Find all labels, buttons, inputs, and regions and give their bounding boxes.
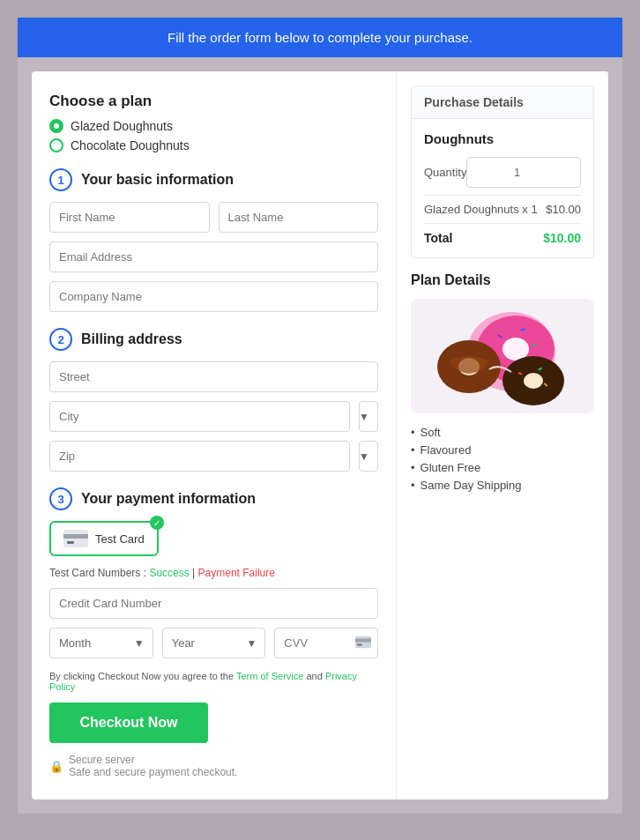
quantity-input[interactable] bbox=[466, 157, 581, 188]
street-row bbox=[49, 361, 378, 392]
item-label: Glazed Doughnuts x 1 bbox=[424, 203, 538, 216]
banner-text: Fill the order form below to complete yo… bbox=[167, 30, 473, 45]
terms-text: By clicking Checkout Now you agree to th… bbox=[49, 671, 378, 692]
radio-chocolate[interactable] bbox=[49, 138, 63, 152]
svg-rect-5 bbox=[357, 643, 362, 645]
lock-icon: 🔒 bbox=[49, 760, 63, 773]
card-icon bbox=[63, 530, 88, 547]
test-card-info: Test Card Numbers : Success | Payment Fa… bbox=[49, 567, 378, 579]
plan-details-section: Plan Details bbox=[411, 272, 594, 492]
quantity-label: Quantity bbox=[424, 166, 466, 179]
failure-link[interactable]: Payment Failure bbox=[198, 567, 275, 579]
svg-rect-1 bbox=[63, 534, 88, 539]
purchase-details-box: Purchase Details Doughnuts Quantity Glaz… bbox=[411, 85, 594, 258]
name-row bbox=[49, 202, 378, 233]
section-number-2: 2 bbox=[49, 328, 72, 351]
total-label: Total bbox=[424, 231, 452, 245]
billing-header: 2 Billing address bbox=[49, 328, 378, 351]
secure-info: 🔒 Secure server Safe and secure payment … bbox=[49, 754, 378, 778]
success-link[interactable]: Success bbox=[149, 567, 189, 579]
tos-link[interactable]: Term of Service bbox=[236, 671, 303, 681]
year-select[interactable]: Year 202420252026 202720282029 bbox=[162, 628, 266, 658]
divider-2 bbox=[424, 223, 581, 224]
total-amount: $10.00 bbox=[543, 231, 581, 245]
chocolate-label: Chocolate Doughnuts bbox=[71, 138, 190, 152]
state-select[interactable]: - bbox=[359, 441, 378, 472]
cvv-card-icon bbox=[355, 636, 371, 650]
safe-label: Safe and secure payment checkout. bbox=[69, 766, 237, 778]
card-check-icon: ✓ bbox=[150, 516, 164, 530]
feature-soft: Soft bbox=[411, 426, 594, 439]
top-banner: Fill the order form below to complete yo… bbox=[18, 18, 622, 57]
basic-info-header: 1 Your basic information bbox=[49, 168, 378, 191]
main-container: Choose a plan Glazed Doughnuts Chocolate… bbox=[32, 71, 608, 799]
radio-glazed[interactable] bbox=[49, 119, 63, 133]
month-select[interactable]: Month 010203 040506 070809 101112 bbox=[49, 628, 153, 658]
left-panel: Choose a plan Glazed Doughnuts Chocolate… bbox=[32, 71, 397, 799]
plan-section: Choose a plan Glazed Doughnuts Chocolate… bbox=[49, 93, 378, 152]
cvv-wrapper bbox=[274, 628, 378, 658]
plan-title: Choose a plan bbox=[49, 93, 378, 110]
separator: | bbox=[192, 567, 195, 579]
feature-gluten-free: Gluten Free bbox=[411, 461, 594, 474]
test-card-option[interactable]: ✓ Test Card bbox=[49, 521, 159, 556]
country-select[interactable]: Country bbox=[359, 401, 378, 432]
payment-title: Your payment information bbox=[81, 491, 256, 507]
cc-row bbox=[49, 588, 378, 619]
total-row: Total $10.00 bbox=[424, 231, 581, 245]
svg-rect-4 bbox=[355, 638, 371, 642]
company-input[interactable] bbox=[49, 281, 378, 312]
city-country-row: Country ▼ bbox=[49, 401, 378, 432]
donut-image bbox=[411, 299, 594, 413]
zip-state-row: - ▼ bbox=[49, 441, 378, 472]
svg-rect-2 bbox=[67, 541, 74, 544]
basic-info-title: Your basic information bbox=[81, 172, 234, 188]
first-name-input[interactable] bbox=[49, 202, 210, 233]
section-number-1: 1 bbox=[49, 168, 72, 191]
svg-point-17 bbox=[524, 373, 543, 389]
city-input[interactable] bbox=[49, 401, 350, 432]
product-name: Doughnuts bbox=[424, 131, 581, 146]
state-wrapper: - ▼ bbox=[359, 441, 378, 472]
terms-prefix: By clicking Checkout Now you agree to th… bbox=[49, 671, 236, 681]
secure-label: Secure server bbox=[69, 754, 237, 766]
section-number-3: 3 bbox=[49, 487, 72, 510]
plan-option-chocolate[interactable]: Chocolate Doughnuts bbox=[49, 138, 378, 152]
item-row: Glazed Doughnuts x 1 $10.00 bbox=[424, 203, 581, 216]
purchase-details-title: Purchase Details bbox=[412, 86, 593, 119]
billing-title: Billing address bbox=[81, 331, 182, 347]
feature-flavoured: Flavoured bbox=[411, 443, 594, 457]
month-year-cvv-row: Month 010203 040506 070809 101112 ▼ Year… bbox=[49, 628, 378, 658]
zip-input[interactable] bbox=[49, 441, 350, 472]
page-wrapper: Fill the order form below to complete yo… bbox=[18, 18, 622, 814]
street-input[interactable] bbox=[49, 361, 378, 392]
email-row bbox=[49, 242, 378, 272]
feature-shipping: Same Day Shipping bbox=[411, 479, 594, 492]
company-row bbox=[49, 281, 378, 312]
divider-1 bbox=[424, 195, 581, 196]
credit-card-input[interactable] bbox=[49, 588, 378, 619]
right-panel: Purchase Details Doughnuts Quantity Glaz… bbox=[397, 71, 608, 799]
test-card-prefix: Test Card Numbers : bbox=[49, 567, 146, 579]
plan-details-title: Plan Details bbox=[411, 272, 594, 288]
donut-svg bbox=[432, 303, 573, 409]
quantity-row: Quantity bbox=[424, 157, 581, 188]
item-price: $10.00 bbox=[546, 203, 581, 216]
payment-header: 3 Your payment information bbox=[49, 487, 378, 510]
glazed-label: Glazed Doughnuts bbox=[71, 119, 173, 133]
plan-features-list: Soft Flavoured Gluten Free Same Day Ship… bbox=[411, 426, 594, 492]
year-wrapper: Year 202420252026 202720282029 ▼ bbox=[162, 628, 266, 658]
month-wrapper: Month 010203 040506 070809 101112 ▼ bbox=[49, 628, 153, 658]
email-input[interactable] bbox=[49, 242, 378, 272]
checkout-button[interactable]: Checkout Now bbox=[49, 702, 208, 743]
card-label: Test Card bbox=[95, 532, 145, 546]
terms-middle: and bbox=[306, 671, 324, 681]
country-wrapper: Country ▼ bbox=[359, 401, 378, 432]
last-name-input[interactable] bbox=[219, 202, 379, 233]
plan-option-glazed[interactable]: Glazed Doughnuts bbox=[49, 119, 378, 133]
